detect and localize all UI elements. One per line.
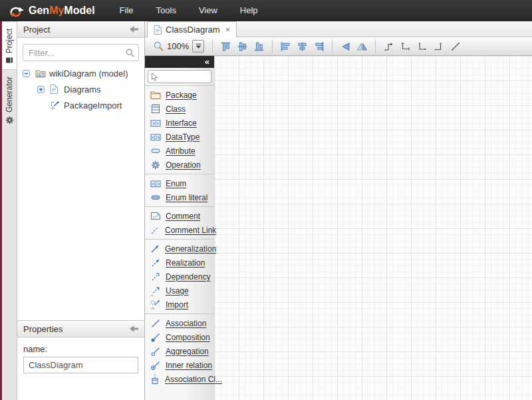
palette-item-comment-link[interactable]: Comment Link [145,223,214,237]
side-tab-generator[interactable]: Generator [2,70,17,130]
tree-item-label: Diagrams [64,85,101,95]
tree-item-packageimport[interactable]: ‹I›PackageImport [17,97,144,113]
menu-help[interactable]: Help [229,0,269,21]
palette-item-association[interactable]: Association [145,316,214,330]
minus-toggle-icon[interactable] [23,70,35,77]
menu-view[interactable]: View [188,0,229,21]
line-elbow-down-button[interactable] [397,39,414,54]
palette-item-aggregation[interactable]: Aggregation [145,344,214,358]
logo-text: GenMyModel [29,5,95,17]
palette-item-label: Usage [166,286,189,296]
comment-icon [150,212,161,220]
menubar: FileToolsViewHelp [108,0,269,21]
palette-item-association-cl[interactable]: Association Cl... [145,372,214,386]
project-panel-header: Project [17,21,144,38]
line-step-icon [384,41,394,52]
palette-item-inner-relation[interactable]: Inner relation [145,358,214,372]
align-bottom-icon [253,41,265,52]
comment-link-icon [150,225,160,236]
collapse-left-arrow-icon[interactable] [130,325,138,332]
align-top-button[interactable] [217,39,234,54]
toolbar-separator [272,40,273,53]
palette-item-attribute[interactable]: Attribute [145,144,214,158]
palette-item-operation[interactable]: Operation [145,158,214,172]
palette-item-datatype[interactable]: «D»DataType [145,130,214,144]
package-icon [150,91,161,100]
flip-horizontal-button[interactable] [354,39,370,54]
palette-item-label: Generalization [165,244,216,254]
align-middle-icon [237,41,248,52]
filter-field-wrap [23,44,139,61]
svg-text:«D»: «D» [151,134,160,139]
svg-text:‹I›: ‹I› [151,306,154,310]
palette-item-usage[interactable]: ‹›Usage [145,284,214,298]
editor-area: ClassDiagram × 100% « PackageClass«I»Int… [145,21,532,400]
selection-tool[interactable] [148,70,211,83]
attribute-icon [150,146,161,155]
align-bottom-button[interactable] [251,39,267,54]
plus-toggle-icon[interactable] [37,86,50,93]
align-center-button[interactable] [294,39,311,54]
filter-input[interactable] [23,44,139,61]
menu-file[interactable]: File [108,0,145,21]
tree-item-label: wikiDiagram (model) [49,69,128,79]
palette-separator [145,206,214,207]
palette-item-label: Inner relation [166,361,212,370]
palette-item-comment[interactable]: Comment [145,209,214,223]
svg-text:«E»: «E» [151,181,160,186]
logo-model: Model [64,5,94,16]
palette-item-import[interactable]: ‹I›Import [145,298,214,311]
flip-vertical-button[interactable] [337,39,354,54]
tree-item-wikidiagram-model[interactable]: wikiDiagram (model) [17,65,144,81]
palette-item-generalization[interactable]: Generalization [145,242,214,256]
collapse-left-arrow-icon[interactable] [130,26,138,33]
toolbar-separator [212,40,213,53]
properties-panel-title: Properties [23,324,130,334]
align-middle-button[interactable] [234,39,251,54]
palette-item-class[interactable]: Class [145,102,214,116]
palette-item-label: Interface [166,118,197,128]
align-left-button[interactable] [277,39,294,54]
flip-horizontal-icon [356,41,368,52]
tab-bar: ClassDiagram × [145,21,532,37]
palette-item-label: Package [166,91,197,100]
svg-text:«I»: «I» [152,120,159,125]
diagram-canvas[interactable] [214,56,532,400]
line-step-button[interactable] [380,39,397,54]
palette-item-composition[interactable]: Composition [145,330,214,344]
palette-item-label: Import [166,300,188,309]
zoom-control[interactable]: 100% [150,40,207,53]
palette-item-enum-literal[interactable]: Enum literal [145,190,214,204]
line-straight-button[interactable] [447,39,464,54]
enum-literal-icon [150,193,161,202]
usage-icon: ‹› [150,286,161,296]
palette-item-label: Comment Link [165,226,216,235]
line-elbow-up-icon [434,41,444,52]
composition-icon [150,332,161,343]
side-tab-project[interactable]: Project [2,21,17,70]
line-corner-button[interactable] [414,39,430,54]
line-elbow-up-button[interactable] [430,39,447,54]
gear-icon [5,116,14,124]
palette-item-enum[interactable]: «E»Enum [145,176,214,190]
zoom-dropdown-button[interactable] [192,40,204,53]
palette-item-dependency[interactable]: Dependency [145,270,214,284]
palette-separator [145,174,214,174]
name-field[interactable] [23,357,138,373]
left-panel-column: Project wikiDiagram (model)Diagrams‹I›Pa… [17,21,145,400]
palette-item-package[interactable]: Package [145,88,214,102]
menu-tools[interactable]: Tools [145,0,188,21]
properties-panel-header: Properties [17,320,144,337]
align-right-button[interactable] [311,39,327,54]
tab-classdiagram[interactable]: ClassDiagram × [147,21,237,37]
palette-collapse-button[interactable]: « [205,57,209,67]
palette-item-interface[interactable]: «I»Interface [145,116,214,130]
tab-close-icon[interactable]: × [225,25,231,35]
zoom-icon [154,41,164,51]
tree-item-diagrams[interactable]: Diagrams [17,81,144,97]
palette-item-realization[interactable]: Realization [145,256,214,270]
aggregation-icon [150,346,161,357]
datatype-icon: «D» [150,132,161,142]
palette-item-label: Dependency [166,272,210,282]
toolbar-separator [375,40,376,53]
